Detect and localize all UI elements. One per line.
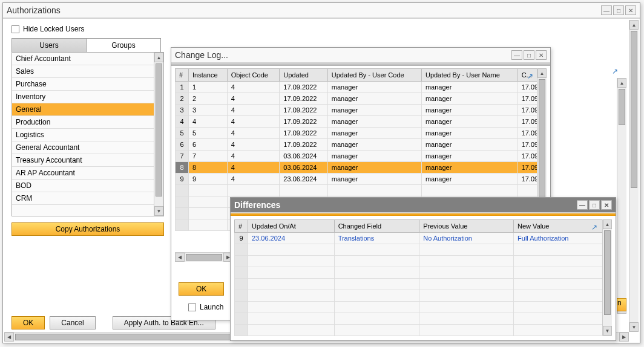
- copy-authorizations-button[interactable]: Copy Authorizations: [12, 222, 164, 236]
- table-cell: 3: [176, 105, 189, 116]
- table-row: [176, 185, 547, 196]
- launch-label: Launch: [200, 303, 223, 311]
- table-row[interactable]: 77403.06.2024managermanager17.09: [176, 151, 547, 162]
- table-cell: 4: [227, 93, 280, 105]
- maximize-button[interactable]: □: [613, 5, 624, 15]
- table-cell: 2: [189, 93, 228, 105]
- table-cell: 8: [189, 162, 228, 174]
- ok-button[interactable]: OK: [12, 316, 45, 329]
- hide-locked-checkbox[interactable]: [12, 25, 19, 33]
- changelog-titlebar: Change Log... — □ ✕: [171, 48, 550, 63]
- table-row[interactable]: 11417.09.2022managermanager17.09: [176, 82, 547, 93]
- table-cell: manager: [421, 174, 518, 185]
- list-item[interactable]: General Accountant: [12, 141, 163, 154]
- table-cell: 9: [176, 174, 189, 185]
- list-item[interactable]: Chief Accountant: [12, 53, 163, 65]
- table-cell: manager: [327, 93, 421, 105]
- maximize-button[interactable]: □: [589, 200, 600, 210]
- list-item[interactable]: Production: [12, 116, 163, 129]
- expand-icon[interactable]: ↗: [612, 67, 620, 76]
- column-header[interactable]: Updated By - User Code: [327, 69, 421, 82]
- list-item[interactable]: Treasury Accountant: [12, 154, 163, 167]
- minimize-button[interactable]: —: [577, 200, 588, 210]
- table-row[interactable]: 66417.09.2022managermanager17.09: [176, 139, 547, 151]
- column-header[interactable]: Updated: [280, 69, 327, 82]
- list-item[interactable]: CRM: [12, 192, 163, 205]
- close-button[interactable]: ✕: [536, 50, 547, 60]
- list-item[interactable]: Sales: [12, 65, 163, 78]
- table-cell: 4: [227, 151, 280, 162]
- table-cell: 4: [227, 162, 280, 174]
- minimize-button[interactable]: —: [511, 50, 522, 60]
- scroll-up-icon[interactable]: ▲: [154, 53, 163, 62]
- tab-groups[interactable]: Groups: [86, 38, 161, 53]
- list-item[interactable]: General: [12, 103, 163, 116]
- scroll-down-icon[interactable]: ▼: [154, 206, 163, 216]
- partial-button[interactable]: n: [617, 298, 626, 311]
- column-header[interactable]: Object Code: [227, 69, 280, 82]
- table-cell: manager: [421, 128, 518, 139]
- list-item[interactable]: Purchase: [12, 78, 163, 91]
- table-row[interactable]: 44417.09.2022managermanager17.09: [176, 116, 547, 128]
- table-cell: 6: [189, 139, 228, 151]
- list-item[interactable]: BOD: [12, 180, 163, 192]
- list-item[interactable]: Logistics: [12, 129, 163, 141]
- column-header[interactable]: #: [235, 220, 248, 233]
- table-cell: No Authorization: [419, 233, 514, 244]
- column-header[interactable]: Changed Field: [334, 220, 419, 233]
- table-row[interactable]: 22417.09.2022managermanager17.09: [176, 93, 547, 105]
- launch-checkbox[interactable]: [188, 303, 196, 311]
- scroll-up-icon[interactable]: ▲: [603, 219, 612, 229]
- table-row[interactable]: 923.06.2024TranslationsNo AuthorizationF…: [235, 233, 612, 244]
- changelog-title: Change Log...: [175, 50, 228, 60]
- table-row: [235, 244, 612, 256]
- close-button[interactable]: ✕: [625, 5, 636, 15]
- table-cell: manager: [327, 162, 421, 174]
- scroll-left-icon[interactable]: ◀: [175, 253, 185, 262]
- scroll-up-icon[interactable]: ▲: [617, 78, 626, 88]
- column-header[interactable]: Previous Value: [419, 220, 514, 233]
- table-cell: 5: [189, 128, 228, 139]
- list-item[interactable]: Inventory: [12, 91, 163, 103]
- scroll-down-icon[interactable]: ▼: [629, 322, 639, 332]
- column-header[interactable]: Instance: [189, 69, 228, 82]
- table-cell: 4: [227, 82, 280, 93]
- expand-icon[interactable]: ↗: [527, 72, 536, 80]
- minimize-button[interactable]: —: [601, 5, 612, 15]
- scroll-right-icon[interactable]: ▶: [619, 332, 629, 342]
- table-cell: manager: [327, 128, 421, 139]
- table-row: [235, 290, 612, 302]
- column-header[interactable]: #: [176, 69, 189, 82]
- differences-title: Differences: [234, 200, 280, 210]
- table-cell: 17.09.2022: [280, 93, 327, 105]
- scroll-up-icon[interactable]: ▲: [629, 20, 639, 30]
- cancel-button[interactable]: Cancel: [50, 316, 95, 329]
- scroll-down-icon[interactable]: ▼: [603, 326, 612, 336]
- diff-vscroll[interactable]: ▲ ▼: [602, 219, 612, 336]
- table-cell: 17.09.2022: [280, 105, 327, 116]
- table-row[interactable]: 88403.06.2024managermanager17.09: [176, 162, 547, 174]
- list-vscroll[interactable]: ▲ ▼: [154, 53, 163, 216]
- column-header[interactable]: Updated On/At: [248, 220, 335, 233]
- close-button[interactable]: ✕: [601, 200, 612, 210]
- column-header[interactable]: Updated By - User Name: [421, 69, 518, 82]
- main-vscroll[interactable]: ▲ ▼: [629, 20, 639, 332]
- scroll-up-icon[interactable]: ▲: [537, 68, 547, 78]
- tab-users[interactable]: Users: [12, 38, 87, 53]
- changelog-ok-button[interactable]: OK: [179, 282, 224, 296]
- table-cell: 17.09.2022: [280, 82, 327, 93]
- hide-locked-row: Hide Locked Users: [4, 20, 639, 38]
- right-panel-vscroll[interactable]: ▲ ▼: [617, 78, 626, 314]
- differences-window: Differences — □ ✕ ↗ #Updated On/AtChange…: [230, 197, 616, 341]
- table-row[interactable]: 55417.09.2022managermanager17.09: [176, 128, 547, 139]
- table-row[interactable]: 33417.09.2022managermanager17.09: [176, 105, 547, 116]
- table-cell: manager: [421, 139, 518, 151]
- table-row[interactable]: 99423.06.2024managermanager17.09: [176, 174, 547, 185]
- table-cell: 17.09.2022: [280, 139, 327, 151]
- expand-icon[interactable]: ↗: [591, 223, 600, 232]
- maximize-button[interactable]: □: [524, 50, 534, 60]
- table-cell: 6: [176, 139, 189, 151]
- table-cell: 7: [189, 151, 228, 162]
- authorizations-titlebar: Authorizations — □ ✕: [3, 3, 640, 19]
- list-item[interactable]: AR AP Accountant: [12, 167, 163, 180]
